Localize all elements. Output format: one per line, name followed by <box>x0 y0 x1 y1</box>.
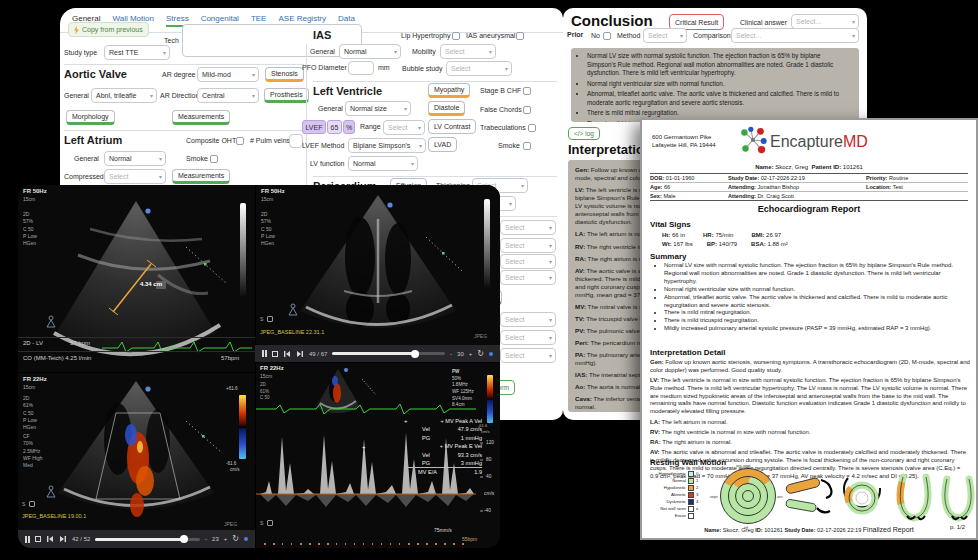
la-smoke-checkbox[interactable] <box>210 155 218 163</box>
prev-frame-icon[interactable] <box>46 535 54 543</box>
compressed-select[interactable]: Select▾ <box>104 169 166 184</box>
aortic-measurements-button[interactable]: Measurements <box>172 110 230 125</box>
copy-from-previous-button[interactable]: Copy from previous <box>68 22 149 37</box>
frame-counter: 42 / 52 <box>72 536 90 542</box>
lv-contrast-button[interactable]: LV Contrast <box>428 119 476 134</box>
cine-scrubber[interactable] <box>332 352 445 355</box>
speed-minus-button[interactable]: - <box>450 351 452 357</box>
next-frame-icon[interactable] <box>59 535 67 543</box>
legend-swatch[interactable] <box>688 485 694 491</box>
aortic-general-select[interactable]: Abnl, trileafle▾ <box>91 88 157 103</box>
form-select[interactable]: Select▾ <box>500 270 556 285</box>
pause-icon[interactable] <box>262 350 267 357</box>
ultrasound-panel-a4c[interactable]: FR 50Hz 15cm 2D57%C 50P LowHGen S JPEG_B… <box>255 185 500 345</box>
mobility-select[interactable]: Select▾ <box>440 44 496 59</box>
tech-textarea[interactable] <box>182 24 362 57</box>
myopathy-button[interactable]: Myopathy <box>428 83 470 98</box>
stenosis-button[interactable]: Stenosis <box>265 67 304 82</box>
colorbar-min-label: -61.6 <box>226 461 236 466</box>
composite-oht-checkbox[interactable] <box>236 137 244 145</box>
legend-swatch[interactable] <box>688 513 694 519</box>
form-select[interactable]: Select▾ <box>500 238 556 253</box>
lip-hypertrophy-checkbox[interactable] <box>452 32 460 40</box>
legend-swatch[interactable] <box>688 506 694 512</box>
aorta-select-2[interactable]: Select▾ <box>500 220 556 235</box>
speed-plus-button[interactable]: + <box>224 536 228 542</box>
aortic-prosthesis-button[interactable]: Prosthesis <box>264 88 309 103</box>
clip-checkbox[interactable] <box>267 316 273 322</box>
ultrasound-panel-color-doppler[interactable]: FR 22Hz 15cm 2D61%C 50P LowHGen CF70%2.5… <box>18 372 255 530</box>
next-frame-icon[interactable] <box>296 350 304 358</box>
loop-icon[interactable]: ↻ <box>232 535 239 543</box>
legend-swatch[interactable] <box>688 499 694 505</box>
pulm-veins-input[interactable] <box>289 134 303 148</box>
wall-diagram-4ch[interactable] <box>892 470 936 524</box>
form-select[interactable]: Select▾ <box>500 330 556 345</box>
ar-direction-select[interactable]: Central▾ <box>197 88 259 103</box>
lvef-value[interactable]: 65 <box>327 120 342 134</box>
clinical-answer-select[interactable]: Select...▾ <box>791 14 859 29</box>
chevron-down-icon: ▾ <box>549 334 552 341</box>
mobility-label: Mobility <box>412 48 436 55</box>
form-select[interactable]: Select▾ <box>500 254 556 269</box>
la-general-select[interactable]: Normal▾ <box>104 151 166 166</box>
tech-label: Tech <box>164 37 179 44</box>
cine-player-controls[interactable]: 42 / 52 - 23 + ↻ <box>18 530 255 548</box>
imaging-params-2d: 2D61%C 50P LowHGen <box>23 395 37 431</box>
form-select[interactable]: Select▾ <box>500 348 556 363</box>
ias-aneurysmal-checkbox[interactable] <box>516 32 524 40</box>
stage-b-chf-checkbox[interactable] <box>523 87 531 95</box>
stop-icon[interactable] <box>272 351 278 357</box>
lv-general-select[interactable]: Normal size▾ <box>345 101 411 116</box>
wall-diagram-psax[interactable] <box>838 472 886 524</box>
legend-row: Not well seenx <box>654 505 698 512</box>
conclusion-bullet: Normal LV size with normal systolic func… <box>587 52 851 78</box>
chevron-down-icon: ▾ <box>489 48 492 55</box>
lv-function-select[interactable]: Normal▾ <box>348 156 418 171</box>
false-chords-checkbox[interactable] <box>523 106 531 114</box>
ultrasound-panel-plax[interactable]: FR 50Hz 15cm 2D57%C 50P LowHGen 4.34 cm … <box>18 185 255 372</box>
wall-diagram-2ch[interactable] <box>938 472 978 526</box>
cine-scrubber[interactable] <box>95 538 200 541</box>
section-divider <box>313 176 557 177</box>
prev-frame-icon[interactable] <box>283 350 291 358</box>
form-select[interactable]: Select▾ <box>500 312 556 327</box>
diastole-button[interactable]: Diastole <box>428 101 465 116</box>
speed-minus-button[interactable]: - <box>205 536 207 542</box>
la-measurements-button[interactable]: Measurements <box>172 169 230 184</box>
method-select[interactable]: Select▾ <box>643 28 687 43</box>
summary-heading: Summary <box>650 252 686 261</box>
chevron-down-icon: ▾ <box>549 258 552 265</box>
stop-icon[interactable] <box>35 536 41 542</box>
loop-icon[interactable]: ↻ <box>477 350 484 358</box>
wall-motion-bullseye[interactable]: ant-sept ant inf sept <box>720 468 776 524</box>
comparison-select[interactable]: Select...▾ <box>731 28 859 43</box>
scale-tick-label: 120 <box>486 440 494 445</box>
lv-smoke-checkbox[interactable] <box>523 142 531 150</box>
ias-general-select[interactable]: Normal▾ <box>339 44 401 59</box>
pfo-diameter-input[interactable] <box>348 61 374 75</box>
bubble-study-select[interactable]: Select▾ <box>446 61 512 76</box>
speed-plus-button[interactable]: + <box>469 351 473 357</box>
cine-player-controls[interactable]: 49 / 67 - 30 + ↻ <box>255 345 500 362</box>
lvad-button[interactable]: LVAD <box>428 137 457 152</box>
legend-swatch[interactable] <box>688 478 694 484</box>
ar-degree-select[interactable]: Mild-mod▾ <box>197 67 259 82</box>
aortic-morphology-button[interactable]: Morphology <box>66 110 115 125</box>
trabeculations-checkbox[interactable] <box>528 124 536 132</box>
clip-checkbox[interactable] <box>29 501 35 507</box>
legend-row: Erase <box>654 512 698 519</box>
lvef-range-select[interactable]: Select▾ <box>383 120 425 135</box>
pause-icon[interactable] <box>25 536 30 543</box>
orientation-marker-icon <box>286 303 300 317</box>
legend-swatch[interactable] <box>688 492 694 498</box>
prior-no-checkbox[interactable] <box>603 32 611 40</box>
clip-checkbox[interactable] <box>267 520 273 526</box>
wall-diagram-plax[interactable] <box>784 472 834 524</box>
log-button[interactable]: </> log <box>568 127 600 140</box>
study-type-select[interactable]: Rest TTE▾ <box>104 45 170 60</box>
legend-swatch[interactable] <box>688 471 694 477</box>
lvef-method-select[interactable]: Biplane Simpson's▾ <box>348 138 426 153</box>
ultrasound-panel-pw-doppler[interactable]: + + FR 22Hz 15cm 2D61%C 50 PW50%1.8MHzWF… <box>255 362 500 548</box>
general-label: General <box>318 105 343 112</box>
